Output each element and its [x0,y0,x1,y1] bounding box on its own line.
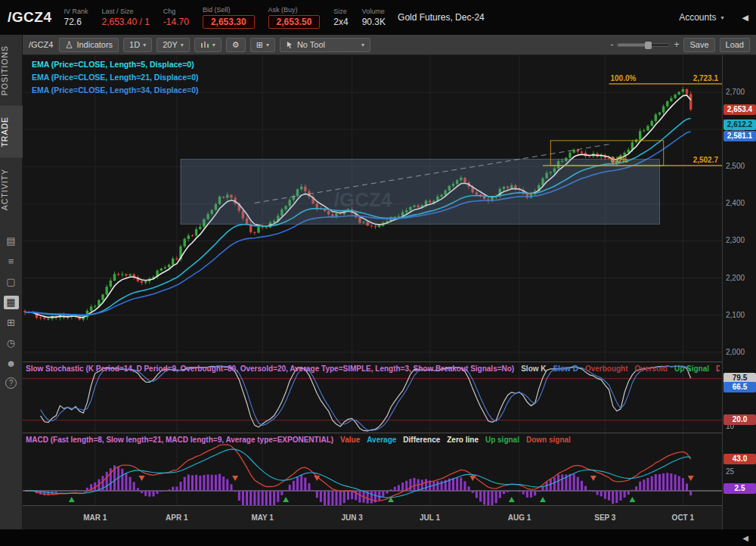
quote-field-chg: Chg-14.70 [163,8,189,27]
drawing-tool-dropdown[interactable]: No Tool ▾ [280,38,370,52]
legend-item: Up signal [485,436,519,444]
tool-label: No Tool [297,40,325,49]
macd-chart-canvas[interactable] [23,433,722,505]
time-axis-label: MAY 1 [246,513,279,522]
quote-field-last-size: Last / Size2,653.40 / 1 [101,8,149,27]
chart-settings-button[interactable]: ⚙ [226,38,246,52]
grid-icon: ⊞ [256,40,263,50]
axis-tick: 2,500 [726,162,745,170]
study-settings-label[interactable]: MACD (Fast length=8, Slow length=21, MAC… [26,436,333,444]
quote-field-bid: Bid (Sell)2,653.30 [203,6,255,29]
quote-iv-rank-value: 72.6 [64,17,81,27]
svg-text:2,723.1: 2,723.1 [693,74,719,82]
grid-layout-icon[interactable]: ⊞ [4,316,19,330]
quote-bid-value[interactable]: 2,653.30 [203,15,255,29]
range-dropdown[interactable]: 20Y ▾ [156,38,190,52]
axis-tick: 2,200 [726,274,745,282]
charts-icon[interactable]: ▦ [4,296,19,309]
accounts-label: Accounts [679,12,716,23]
quote-volume-value: 90.3K [362,17,386,27]
zoom-slider-handle[interactable] [645,42,652,49]
legend-item: Overbought [585,365,628,373]
price-axis[interactable]: 2,7002,6002,5002,4002,3002,2002,1002,000… [722,55,756,529]
legend-item: Slow K [521,365,546,373]
chevron-down-icon: ▾ [143,42,146,48]
gear-icon: ⚙ [232,40,240,50]
time-axis-label: JUL 1 [414,513,447,522]
legend-item: Up Signal [674,365,709,373]
time-axis-label: OCT 1 [666,513,699,522]
left-sidebar: POSITIONSTRADEACTIVITY ▤≡▢▦⊞◷☻? [0,35,23,529]
zoom-in-button[interactable]: + [674,39,679,50]
price-badge: 20.0 [723,414,756,425]
price-chart-canvas[interactable]: /GCZ4100.0%2,723.10.0%2,502.7 [23,55,722,361]
price-badge: 2,612.2 [723,119,756,130]
stochastic-panel: Slow Stochastic (K Period=14, D Period=9… [23,361,722,433]
sidebar-icons: ▤≡▢▦⊞◷☻? [4,234,19,389]
sidebar-tab-trade[interactable]: TRADE [0,106,23,158]
quote-bid-label: Bid (Sell) [203,6,231,14]
legend-item: Down Signal [716,365,720,373]
axis-tick: 2,300 [726,236,745,244]
quote-field-volume: Volume90.3K [362,8,386,27]
range-value: 20Y [163,40,178,49]
load-button[interactable]: Load [720,38,750,52]
quote-iv-rank-label: IV Rank [64,8,88,15]
cursor-icon [286,41,294,49]
legend-item: Zero line [447,436,479,444]
time-axis[interactable]: MAR 1APR 1MAY 1JUN 3JUL 1AUG 1SEP 3OCT 1 [23,505,722,529]
time-axis-label: MAR 1 [79,513,112,522]
quote-size-value: 2x4 [333,17,348,27]
study-settings-label[interactable]: Slow Stochastic (K Period=14, D Period=9… [26,365,514,373]
price-badge: 2,653.4 [723,104,756,115]
watchlist-icon[interactable]: ≡ [4,255,19,268]
macd-legend: MACD (Fast length=8, Slow length=21, MAC… [26,436,720,444]
axis-tick: 2,700 [726,88,745,96]
contract-description: Gold Futures, Dec-24 [398,12,485,23]
legend-item: Oversold [635,365,668,373]
legend-item: Down signal [526,436,571,444]
stochastic-legend: Slow Stochastic (K Period=14, D Period=9… [26,365,720,373]
bottom-bar: ◀ [0,529,756,546]
svg-text:2,502.7: 2,502.7 [693,156,719,164]
symbol-title: /GCZ4 [8,9,51,26]
collapse-bottom-button[interactable]: ◀ [742,534,748,542]
axis-tick: 2,000 [726,348,745,356]
svg-text:100.0%: 100.0% [611,74,637,82]
sidebar-tab-activity[interactable]: ACTIVITY [0,158,23,221]
ema-legend-item[interactable]: EMA (Price=CLOSE, Length=34, Displace=0) [32,85,198,95]
price-badge: 43.0 [723,454,756,464]
community-icon[interactable]: ☻ [4,357,19,371]
chart-style-dropdown[interactable]: ▾ [194,38,222,52]
quote-last-size-value: 2,653.40 / 1 [101,17,149,27]
grid-layout-dropdown[interactable]: ⊞ ▾ [250,38,275,52]
zoom-slider-fill [618,44,646,46]
indicators-button[interactable]: Indicators [59,38,119,52]
price-badge: 2,581.1 [723,131,756,141]
axis-tick: 2,400 [726,199,745,207]
svg-text:0.0%: 0.0% [611,156,628,164]
chevron-down-icon: ▾ [721,14,724,21]
quote-field-ask: Ask (Buy)2,653.50 [268,6,321,29]
quote-last-size-label: Last / Size [101,8,133,15]
trading-platform-app: /GCZ4 IV Rank72.6Last / Size2,653.40 / 1… [0,0,756,546]
products-icon[interactable]: ▢ [4,275,19,289]
ema-legend-item[interactable]: EMA (Price=CLOSE, Length=5, Displace=0) [32,60,198,69]
time-axis-label: JUN 3 [336,513,369,522]
accounts-dropdown[interactable]: Accounts ▾ [679,12,723,23]
quote-ask-value[interactable]: 2,653.50 [268,15,321,29]
collapse-panel-button[interactable]: ◀ [742,13,748,23]
zoom-slider[interactable] [617,43,670,47]
chevron-down-icon: ▾ [361,42,364,48]
axis-tick: 2,100 [726,311,745,319]
monitor-icon[interactable]: ▤ [4,234,19,248]
ema-legend-item[interactable]: EMA (Price=CLOSE, Length=21, Displace=0) [32,73,198,82]
history-icon[interactable]: ◷ [4,337,19,350]
save-button[interactable]: Save [683,38,714,52]
chevron-down-icon: ▾ [212,42,215,48]
time-axis-label: AUG 1 [503,513,536,522]
zoom-out-button[interactable]: - [610,39,613,50]
timeframe-dropdown[interactable]: 1D ▾ [123,38,152,52]
sidebar-tab-positions[interactable]: POSITIONS [0,35,23,106]
help-icon[interactable]: ? [5,377,17,389]
